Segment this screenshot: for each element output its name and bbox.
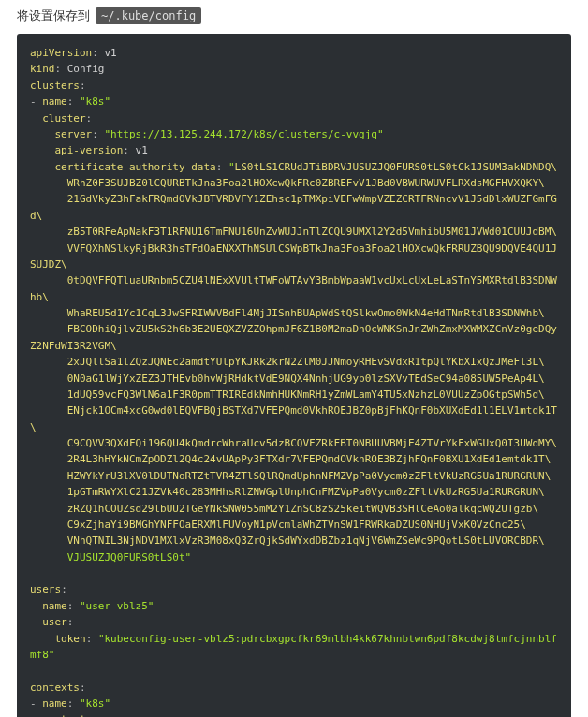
kubeconfig-code-block: apiVersion: v1 kind: Config clusters: - … xyxy=(17,34,571,717)
kubeconfig-path-chip: ~/.kube/config xyxy=(96,7,201,24)
save-to-label: 将设置保存到 xyxy=(17,7,90,24)
